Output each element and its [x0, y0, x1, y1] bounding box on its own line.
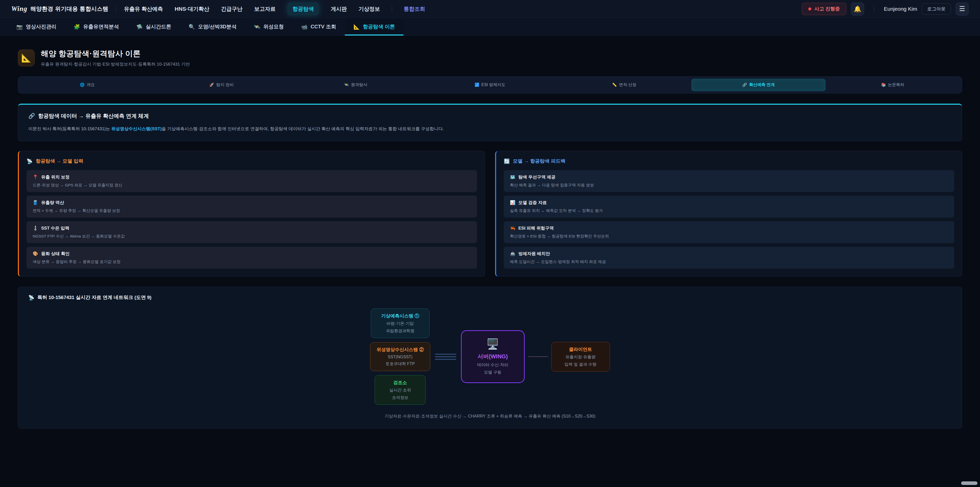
user-name: Eunjeong Kim	[884, 6, 917, 12]
list-item-priority-zone: 🗺️탐색 우선구역 제공 확산 예측 결과 → 다음 탐색 집중구역 자동 생성	[504, 170, 954, 192]
divider	[116, 5, 116, 13]
triple-connector-lines	[435, 354, 456, 360]
linkage-heading: 🔗 항공탐색 데이터 → 유출유 확산예측 연계 체계	[28, 112, 952, 120]
panel-search-to-model: 📡 항공탐색 → 모델 입력 📍유출 위치 보정 드론·위성 영상 → GPS …	[18, 151, 485, 276]
scrollbar-thumb[interactable]	[961, 481, 977, 485]
map-icon: 🗾	[475, 83, 479, 87]
subnav-item-pollution-ship-3d[interactable]: 🔍 오염/선박3D분석	[180, 18, 245, 35]
palette-icon: 🎨	[33, 251, 38, 256]
globe-icon: 🌐	[80, 83, 85, 87]
network-diagram: 기상예측시스템 ① 바람·기온·기압 국립환경과학원 위성영상수신시스템 ② S…	[28, 308, 952, 405]
page-subtitle: 유출유 원격탐지·항공감시 기법·ESI 방제정보지도·등록특허 10-1567…	[41, 61, 190, 67]
main-menu: 유출유 확산예측 HNS·대기확산 긴급구난 보고자료 항공탐색 게시판 기상정…	[124, 3, 425, 15]
linkage-description: 이문진 박사 특허(등록특허 10-1567431)는 위성영상수신시스템(SS…	[28, 126, 952, 132]
subnav-label: 항공탐색 이론	[363, 23, 395, 30]
tab-esi-map[interactable]: 🗾ESI 방제지도	[423, 79, 557, 91]
subnav-label: 유출유면적분석	[83, 23, 119, 30]
subnav-item-cctv[interactable]: 📹 CCTV 조회	[293, 18, 345, 35]
divider	[874, 6, 874, 12]
hamburger-icon: ☰	[959, 5, 965, 13]
flow-panels: 📡 항공탐색 → 모델 입력 📍유출 위치 보정 드론·위성 영상 → GPS …	[18, 151, 962, 276]
nav-item-integrated-search[interactable]: 통합조회	[404, 5, 425, 13]
tab-area-calculation[interactable]: 📏면적 산정	[557, 79, 691, 91]
panel-heading: 📡 항공탐색 → 모델 입력	[27, 158, 477, 164]
notifications-button[interactable]: 🔔	[851, 2, 864, 16]
main-content: 📐 해양 항공탐색·원격탐사 이론 유출유 원격탐지·항공감시 기법·ESI 방…	[0, 36, 980, 428]
bell-icon: 🔔	[854, 5, 861, 13]
ruler-icon: 📏	[612, 83, 617, 87]
wing-logo: Wing	[11, 5, 27, 13]
nav-item-board[interactable]: 게시판	[331, 5, 347, 13]
triangle-ruler-icon: 📐	[353, 24, 360, 30]
brand[interactable]: Wing 해양환경 위기대응 통합시스템	[11, 5, 108, 13]
list-item-spill-location: 📍유출 위치 보정 드론·위성 영상 → GPS 좌표 → 모델 유출지점 갱신	[27, 170, 477, 192]
page-header: 📐 해양 항공탐색·원격탐사 이론 유출유 원격탐지·항공감시 기법·ESI 방…	[18, 48, 962, 67]
puzzle-icon: 🧩	[74, 24, 80, 30]
page-icon-box: 📐	[18, 49, 35, 66]
subnav-item-realtime-drone[interactable]: 🛸 실시간드론	[127, 18, 180, 35]
panel-heading: 🔄 모델 → 항공탐색 피드백	[504, 158, 954, 164]
subnav-item-satellite-request[interactable]: 🛰️ 위성요청	[245, 18, 293, 35]
nav-item-oil-diffusion[interactable]: 유출유 확산예측	[124, 5, 163, 13]
top-right-controls: 사고 진행중 🔔 Eunjeong Kim 로그아웃 ☰	[802, 2, 969, 16]
satellite-icon: 🛰️	[254, 24, 260, 30]
tab-papers-patents[interactable]: 📚논문특허	[826, 79, 960, 91]
sst-link[interactable]: 위성영상수신시스템(SST)	[111, 126, 162, 131]
list-item-weathering-state: 🎨풍화 상태 확인 색상 분류 → 증발비 추정 → 풍화모델 초기값 보정	[27, 247, 477, 269]
tab-prediction-linkage[interactable]: 🔗확산예측 연계	[691, 79, 826, 91]
video-camera-icon: 📹	[301, 24, 307, 30]
link-icon: 🔗	[28, 113, 35, 119]
world-map-icon: 🗺️	[510, 174, 515, 180]
nav-item-weather-info[interactable]: 기상정보	[359, 5, 380, 13]
subnav-label: 오염/선박3D분석	[198, 23, 237, 30]
subnav-label: 실시간드론	[146, 23, 171, 30]
oil-drum-icon: 🛢️	[33, 200, 38, 205]
patent-network-section: 📡 특허 10-1567431 실시간 자료 연계 네트워크 (도면 9) 기상…	[18, 287, 962, 428]
nav-item-reports[interactable]: 보고자료	[254, 5, 275, 13]
tab-detection-equipment[interactable]: 🚀탐지 장비	[154, 79, 289, 91]
diagram-source-column: 기상예측시스템 ① 바람·기온·기압 국립환경과학원 위성영상수신시스템 ② S…	[370, 308, 430, 405]
linkage-section: 🔗 항공탐색 데이터 → 유출유 확산예측 연계 체계 이문진 박사 특허(등록…	[18, 104, 962, 141]
node-tide-station: 검조소 실시간 조위 조석정보	[375, 375, 426, 405]
status-dot-icon	[808, 7, 811, 10]
ship-icon: 🚢	[510, 251, 515, 256]
top-nav: Wing 해양환경 위기대응 통합시스템 유출유 확산예측 HNS·대기확산 긴…	[0, 0, 980, 18]
shrimp-icon: 🦐	[510, 225, 515, 231]
subnav-item-photo-management[interactable]: 📷 영상사진관리	[8, 18, 65, 35]
list-item-sst-input: 🌡️SST 수온 입력 NGSST FTP 수신 → Akima 보간 → 풍화…	[27, 221, 477, 243]
subnav-label: 위성요청	[263, 23, 284, 30]
thermometer-icon: 🌡️	[33, 225, 38, 231]
subnav-item-oil-area-analysis[interactable]: 🧩 유출유면적분석	[65, 18, 127, 35]
node-wing-server: 🖥️ 서버(WING) 데이터 수신·처리 모델 구동	[461, 330, 525, 383]
satellite-antenna-icon: 📡	[28, 295, 35, 300]
logout-button[interactable]: 로그아웃	[922, 3, 951, 14]
list-item-response-resources: 🚢방제자원 배치안 예측 도달시간 → 오일펜스·방제정 최적 배치 좌표 제공	[504, 247, 954, 269]
tab-remote-sensing[interactable]: 🛰️원격탐사	[289, 79, 423, 91]
bar-chart-icon: 📊	[510, 200, 515, 205]
incident-status-badge[interactable]: 사고 진행중	[802, 3, 846, 15]
theory-tab-bar: 🌐개요 🚀탐지 장비 🛰️원격탐사 🗾ESI 방제지도 📏면적 산정 🔗확산예측…	[18, 77, 962, 93]
nav-item-emergency-rescue[interactable]: 긴급구난	[221, 5, 242, 13]
pin-icon: 📍	[33, 174, 38, 180]
list-item-spill-volume: 🛢️유출량 역산 면적 × 두께 → 유량 추정 → 확산모델 유출량 보정	[27, 196, 477, 217]
subnav-item-aerial-theory[interactable]: 📐 항공탐색 이론	[345, 18, 404, 35]
diagram-caption: 기상자료·수온자료·조석정보 실시간 수신 → CHARRY 조류 + 취송류 …	[28, 414, 952, 419]
triangle-ruler-icon: 📐	[21, 53, 32, 63]
satellite-antenna-icon: 📡	[27, 158, 33, 164]
nav-item-aerial-search[interactable]: 항공탐색	[287, 3, 319, 15]
node-weather-system: 기상예측시스템 ① 바람·기온·기압 국립환경과학원	[371, 308, 430, 338]
node-client: 클라이언트 유출지점·유출량 입력 및 결과 수령	[551, 342, 610, 372]
flying-saucer-icon: 🛸	[136, 24, 143, 30]
link-icon: 🔗	[742, 83, 747, 87]
subnav-label: 영상사진관리	[26, 23, 56, 30]
tab-overview[interactable]: 🌐개요	[20, 79, 154, 91]
sub-nav: 📷 영상사진관리 🧩 유출유면적분석 🛸 실시간드론 🔍 오염/선박3D분석 🛰…	[0, 18, 980, 36]
magnifier-icon: 🔍	[189, 24, 195, 30]
refresh-icon: 🔄	[504, 158, 510, 164]
panel-model-to-search: 🔄 모델 → 항공탐색 피드백 🗺️탐색 우선구역 제공 확산 예측 결과 → …	[495, 151, 962, 276]
page-title: 해양 항공탐색·원격탐사 이론	[41, 48, 190, 59]
nav-item-hns-atmosphere[interactable]: HNS·대기확산	[175, 5, 209, 13]
rocket-icon: 🚀	[209, 83, 214, 87]
satellite-icon: 🛰️	[344, 83, 349, 87]
hamburger-menu-button[interactable]: ☰	[956, 2, 969, 16]
